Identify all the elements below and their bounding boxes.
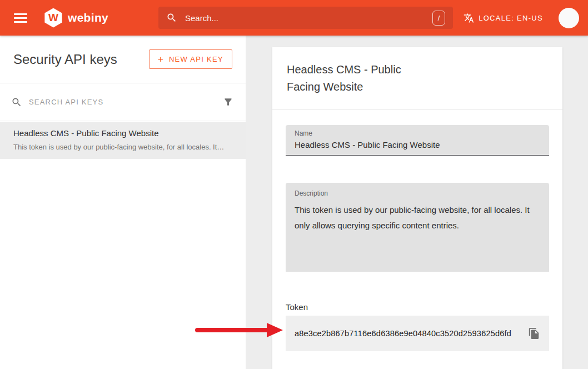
name-field-label: Name — [295, 129, 540, 137]
api-key-details-card: Headless CMS - Public Facing Website Nam… — [272, 47, 562, 369]
list-item-description: This token is used by our public-facing … — [13, 143, 232, 151]
token-value: a8e3ce2b867b7116e6d6386e9e04840c3520d259… — [295, 329, 511, 338]
menu-icon[interactable] — [14, 13, 27, 23]
locale-selector[interactable]: LOCALE: EN-US — [464, 13, 543, 23]
top-app-bar: W webiny / LOCALE: EN-US — [0, 0, 588, 36]
details-panel: Headless CMS - Public Facing Website Nam… — [246, 36, 588, 369]
list-search-input[interactable] — [29, 98, 223, 106]
description-field-value[interactable]: This token is used by our public-facing … — [295, 202, 540, 233]
keyboard-shortcut-badge: / — [432, 11, 445, 26]
webiny-logo-icon: W — [44, 8, 63, 28]
brand-wordmark: webiny — [68, 11, 108, 24]
description-field[interactable]: Description This token is used by our pu… — [286, 183, 549, 272]
page-title: Security API keys — [13, 52, 117, 67]
translate-icon — [464, 13, 474, 23]
search-input[interactable] — [185, 13, 432, 23]
token-label: Token — [286, 302, 549, 312]
api-keys-list: Headless CMS - Public Facing Website Thi… — [0, 122, 246, 159]
api-keys-list-panel: Security API keys + NEW API KEY Headless… — [0, 36, 246, 369]
webiny-logo: W webiny — [44, 8, 108, 28]
list-search-row — [0, 83, 246, 121]
description-field-label: Description — [295, 190, 540, 197]
locale-label: LOCALE: EN-US — [479, 14, 543, 22]
new-api-key-label: NEW API KEY — [169, 55, 223, 63]
filter-icon — [223, 97, 233, 107]
details-title: Headless CMS - Public Facing Website — [287, 61, 426, 96]
filter-button[interactable] — [223, 97, 233, 107]
user-avatar[interactable] — [559, 8, 579, 28]
search-icon — [166, 12, 177, 23]
token-box: a8e3ce2b867b7116e6d6386e9e04840c3520d259… — [286, 316, 549, 351]
list-item-title: Headless CMS - Public Facing Website — [13, 128, 232, 138]
global-search[interactable]: / — [158, 7, 453, 29]
copy-icon — [528, 327, 540, 340]
new-api-key-button[interactable]: + NEW API KEY — [149, 49, 232, 69]
plus-icon: + — [158, 56, 163, 63]
name-field-value[interactable]: Headless CMS - Public Facing Website — [295, 140, 540, 149]
copy-token-button[interactable] — [528, 327, 540, 340]
list-item[interactable]: Headless CMS - Public Facing Website Thi… — [0, 122, 246, 159]
search-icon — [11, 97, 22, 108]
name-field[interactable]: Name Headless CMS - Public Facing Websit… — [286, 125, 549, 156]
